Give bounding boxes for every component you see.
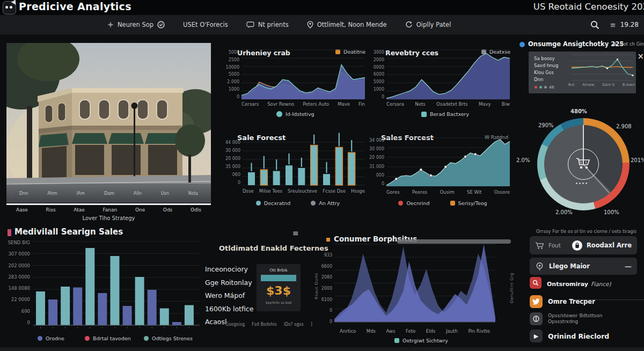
legend-item: Odtlegs Strenes [144, 335, 193, 341]
legend-swatch [394, 338, 399, 343]
bar[interactable] [323, 174, 330, 185]
area-chart[interactable] [386, 50, 510, 99]
photo-axis-tick: Ods [163, 207, 173, 213]
pin-icon [307, 21, 313, 28]
dashboard: Predicive Analytics US Reotaid Cenoesity… [0, 0, 644, 351]
legend-swatch [311, 201, 316, 206]
insight-legend-dots: 48 [535, 85, 554, 90]
bar[interactable] [148, 290, 157, 325]
x-tick: Bvt [568, 83, 574, 87]
x-tick: Biw [502, 101, 510, 107]
fout-button[interactable]: Fout [535, 242, 561, 250]
bar[interactable] [185, 305, 194, 326]
nav-label: Ottlimelt, Noon Mende [317, 21, 387, 28]
roodaxl-label: Roodaxl Arre [587, 242, 632, 249]
x-tick: Ossore [494, 189, 510, 195]
x-axis-ticks: DsseMilse TeesSreulsucteveFcsse DseHssge [243, 188, 365, 194]
chat-icon [246, 21, 254, 28]
ontsromiray-label: Ontsromiray [547, 281, 588, 288]
top-header: Predicive Analytics US Reotaid Cenoesity… [0, 0, 644, 15]
bar[interactable] [335, 148, 342, 185]
y-tick: 34 000 [369, 138, 384, 143]
x-axis-ticks: CersaraNetsOsadetxt BrtsMavyBiw [386, 101, 510, 107]
qrinind-row[interactable]: ▶ Qrinind Rieclord [530, 330, 637, 342]
y-tick: 0 [330, 319, 332, 324]
donut-label-top: 480% [570, 108, 587, 114]
price-card[interactable]: Ott Brbik $3$ bsyrkrto ss bsd [257, 264, 301, 311]
omre-label: Omre Trecper [548, 298, 595, 305]
x-tick: Milse Tees [259, 188, 282, 194]
y-axis-ticks: 933660020802000610000 [318, 253, 332, 324]
nav-item-neuren-sop[interactable]: Neuren Sop [107, 21, 165, 28]
promo-item: 1600Kb lotfice [205, 303, 253, 316]
nav-item-prients[interactable]: Nt prients [246, 21, 289, 28]
area-chart[interactable] [241, 50, 365, 99]
insight-card: Sa boosy Savd hnug Klou Gss Dnn 48 BvtAm… [529, 52, 636, 93]
nav-right-cluster: ≡ 19.28 [590, 15, 639, 34]
panel-scrollbar[interactable] [397, 239, 511, 244]
y-tick: 6600 [321, 264, 332, 269]
y-tick: 6000 [374, 72, 384, 77]
bar[interactable] [36, 291, 45, 325]
nav-label: Nt prients [258, 21, 289, 28]
nav-item-location[interactable]: Ottlimelt, Noon Mende [307, 21, 387, 28]
bar[interactable] [298, 168, 305, 185]
app-logo-icon[interactable] [3, 1, 16, 14]
legend-item: Bdrtal tavoden [85, 335, 131, 341]
minus-icon[interactable]: — [625, 262, 632, 270]
x-tick: Sreulsucteve [288, 188, 317, 194]
y-tick: 1000 [374, 87, 384, 92]
bar[interactable] [348, 152, 355, 185]
legend-item: Serisy/Teog [450, 200, 487, 206]
bar[interactable] [48, 299, 57, 325]
webcam-icon [535, 262, 544, 271]
photo-axis-tick: Alln [134, 191, 142, 196]
area-chart[interactable] [386, 138, 510, 186]
legend-item: Orodne [38, 335, 64, 341]
ontsromiray-row[interactable]: Ontsromiray Fiance) [530, 277, 637, 289]
bar-chart[interactable] [243, 131, 365, 185]
photo-axis-tick: Fanan [103, 207, 117, 213]
roodaxl-button[interactable]: Roodaxl Arre [572, 240, 632, 251]
area-chart[interactable] [334, 244, 495, 322]
bar[interactable] [172, 322, 181, 325]
bar[interactable] [160, 309, 169, 326]
bar[interactable] [110, 256, 119, 325]
storefront-photo-panel: DnnAhmlAmDamAllnUsnNsta AaseRissAtaeFana… [6, 43, 211, 223]
price-note: bsyrkrto ss bsd [257, 301, 301, 304]
nav-item-oiplly-patel[interactable]: Oiplly Patel [405, 21, 451, 28]
photo-axis-row1: DnnAhmlAmDamAllnUsnNsta [6, 191, 211, 196]
logo-eye-left [5, 6, 8, 9]
legend-item: Odtlegs Strenes [144, 335, 193, 341]
search-red-icon [530, 277, 541, 289]
bar[interactable] [73, 288, 82, 326]
bar[interactable] [286, 165, 292, 185]
bar[interactable] [98, 293, 107, 325]
bar[interactable] [61, 287, 70, 325]
legend-label: Oecnrind [406, 200, 429, 206]
llego-button[interactable]: Llego Maior — [530, 258, 637, 275]
legend-bottom: Berad Bactxery [421, 111, 469, 117]
search-icon[interactable] [590, 20, 599, 30]
insight-menu[interactable]: ≡ Mot ch Gin [613, 41, 644, 47]
nav-item-forecis[interactable]: USEt O'Forecis [183, 21, 228, 28]
x-tick: Gores [386, 189, 400, 195]
ops-row[interactable]: Opss/stewer Bdtsttson Opssstrxdng [530, 312, 637, 325]
bar[interactable] [85, 248, 94, 325]
bar[interactable] [273, 171, 280, 185]
temperature-widget[interactable]: ≡ 19.28 [610, 21, 639, 29]
close-icon[interactable]: × [637, 52, 644, 61]
bar-chart[interactable] [33, 240, 200, 326]
y-tick: 22 0000 [11, 297, 30, 302]
bar[interactable] [248, 172, 255, 185]
insight-title: Onsumge Ansigtchotky 225 [528, 40, 624, 48]
omre-row[interactable]: Omre Trecper [530, 295, 637, 308]
bar[interactable] [260, 170, 267, 185]
bar[interactable] [311, 145, 318, 185]
bar[interactable] [135, 277, 144, 325]
bar[interactable] [123, 306, 132, 325]
legend-item: Oecnrind [398, 200, 429, 206]
promo-footer[interactable]: GsogsisgFsd BsdshisiDs? sgss] [225, 322, 312, 327]
photo-axis-tick: Odls [191, 207, 201, 213]
play-icon: ▶ [530, 330, 543, 342]
